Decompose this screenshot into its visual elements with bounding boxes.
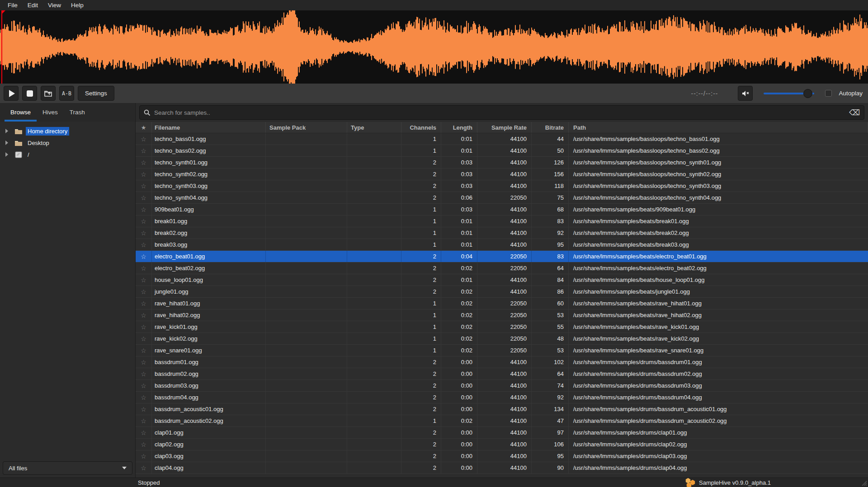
favorite-star-cell[interactable]: ☆ (136, 415, 152, 426)
header-favorite-column[interactable]: ★ (136, 122, 152, 133)
table-row[interactable]: ☆ techno_synth02.ogg 2 0:03 44100 156 /u… (136, 169, 868, 180)
cell-bitrate: 47 (532, 415, 569, 426)
favorite-star-cell[interactable]: ☆ (136, 133, 152, 145)
favorite-star-cell[interactable]: ☆ (136, 345, 152, 356)
table-row[interactable]: ☆ techno_synth03.ogg 2 0:03 44100 118 /u… (136, 180, 868, 192)
volume-slider[interactable] (764, 89, 814, 98)
header-channels[interactable]: Channels (401, 122, 441, 133)
header-path[interactable]: Path (569, 122, 868, 133)
table-row[interactable]: ☆ electro_beat02.ogg 2 0:02 22050 64 /us… (136, 262, 868, 274)
expander-icon[interactable] (5, 152, 8, 157)
expander-icon[interactable] (5, 129, 8, 133)
table-row[interactable]: ☆ techno_bass02.ogg 1 0:01 44100 50 /usr… (136, 145, 868, 157)
favorite-star-cell[interactable]: ☆ (136, 169, 152, 180)
table-row[interactable]: ☆ electro_beat01.ogg 2 0:04 22050 83 /us… (136, 251, 868, 262)
favorite-star-cell[interactable]: ☆ (136, 262, 152, 274)
table-row[interactable]: ☆ rave_snare01.ogg 1 0:02 22050 53 /usr/… (136, 345, 868, 356)
favorite-star-cell[interactable]: ☆ (136, 298, 152, 309)
menu-bar: File Edit View Help (0, 0, 868, 10)
favorite-star-cell[interactable]: ☆ (136, 321, 152, 332)
search-box[interactable]: ⌫ (139, 105, 864, 120)
table-row[interactable]: ☆ rave_hihat02.ogg 1 0:02 22050 53 /usr/… (136, 309, 868, 321)
table-row[interactable]: ☆ bassdrum04.ogg 2 0:00 44100 92 /usr/sh… (136, 392, 868, 403)
tree-item-root[interactable]: / (0, 149, 135, 160)
header-sample-pack[interactable]: Sample Pack (266, 122, 347, 133)
table-row[interactable]: ☆ bassdrum02.ogg 2 0:00 44100 64 /usr/sh… (136, 368, 868, 380)
mute-button[interactable] (738, 86, 753, 101)
menu-edit[interactable]: Edit (23, 0, 43, 10)
loop-ab-button[interactable]: A-B (59, 86, 74, 101)
favorite-star-cell[interactable]: ☆ (136, 192, 152, 203)
table-row[interactable]: ☆ techno_synth01.ogg 2 0:03 44100 126 /u… (136, 157, 868, 169)
clear-search-icon[interactable]: ⌫ (849, 108, 860, 117)
favorite-star-cell[interactable]: ☆ (136, 180, 152, 192)
favorite-star-cell[interactable]: ☆ (136, 204, 152, 215)
playhead-cursor[interactable] (1, 10, 2, 84)
table-row[interactable]: ☆ techno_bass01.ogg 1 0:01 44100 44 /usr… (136, 133, 868, 145)
table-row[interactable]: ☆ techno_synth04.ogg 2 0:06 22050 75 /us… (136, 192, 868, 204)
table-row[interactable]: ☆ bassdrum01.ogg 2 0:00 44100 102 /usr/s… (136, 356, 868, 368)
tab-hives[interactable]: Hives (37, 103, 64, 122)
header-type[interactable]: Type (347, 122, 401, 133)
loop-sample-button[interactable] (41, 86, 56, 101)
favorite-star-cell[interactable]: ☆ (136, 157, 152, 168)
table-row[interactable]: ☆ break01.ogg 1 0:01 44100 83 /usr/share… (136, 215, 868, 227)
favorite-star-cell[interactable]: ☆ (136, 251, 152, 262)
table-row[interactable]: ☆ rave_kick01.ogg 1 0:02 22050 55 /usr/s… (136, 321, 868, 333)
favorite-star-cell[interactable]: ☆ (136, 145, 152, 156)
favorite-star-cell[interactable]: ☆ (136, 403, 152, 415)
table-row[interactable]: ☆ clap04.ogg 2 0:00 44100 90 /usr/share/… (136, 462, 868, 474)
favorite-star-cell[interactable]: ☆ (136, 239, 152, 250)
waveform-plot[interactable] (0, 10, 868, 84)
menu-help[interactable]: Help (66, 0, 89, 10)
favorite-star-cell[interactable]: ☆ (136, 356, 152, 368)
menu-view[interactable]: View (43, 0, 66, 10)
volume-knob[interactable] (803, 89, 812, 98)
cell-channels: 2 (401, 286, 441, 297)
favorite-star-cell[interactable]: ☆ (136, 392, 152, 403)
favorite-star-cell[interactable]: ☆ (136, 450, 152, 462)
search-input[interactable] (154, 109, 849, 116)
favorite-star-cell[interactable]: ☆ (136, 286, 152, 297)
favorite-star-cell[interactable]: ☆ (136, 215, 152, 227)
stop-button[interactable] (22, 86, 37, 101)
table-row[interactable]: ☆ break02.ogg 1 0:01 44100 92 /usr/share… (136, 227, 868, 239)
table-row[interactable]: ☆ break03.ogg 1 0:01 44100 95 /usr/share… (136, 239, 868, 251)
autoplay-checkbox[interactable] (825, 90, 832, 97)
header-filename[interactable]: Filename (152, 122, 266, 133)
settings-button[interactable]: Settings (78, 86, 114, 101)
table-row[interactable]: ☆ clap02.ogg 2 0:00 44100 106 /usr/share… (136, 439, 868, 450)
table-row[interactable]: ☆ house_loop01.ogg 2 0:01 44100 84 /usr/… (136, 274, 868, 286)
table-row[interactable]: ☆ clap03.ogg 2 0:00 44100 95 /usr/share/… (136, 450, 868, 462)
favorite-star-cell[interactable]: ☆ (136, 309, 152, 321)
table-row[interactable]: ☆ bassdrum_acoustic01.ogg 2 0:00 44100 1… (136, 403, 868, 415)
favorite-star-cell[interactable]: ☆ (136, 439, 152, 450)
tree-item-desktop[interactable]: Desktop (0, 137, 135, 149)
favorite-star-cell[interactable]: ☆ (136, 380, 152, 391)
expander-icon[interactable] (5, 140, 8, 145)
header-bitrate[interactable]: Bitrate (532, 122, 569, 133)
header-sample-rate[interactable]: Sample Rate (477, 122, 532, 133)
table-row[interactable]: ☆ 909beat01.ogg 1 0:03 44100 68 /usr/sha… (136, 204, 868, 215)
table-row[interactable]: ☆ bassdrum_acoustic02.ogg 1 0:02 44100 4… (136, 415, 868, 427)
header-length[interactable]: Length (441, 122, 477, 133)
table-row[interactable]: ☆ rave_kick02.ogg 1 0:02 22050 48 /usr/s… (136, 333, 868, 345)
favorite-star-cell[interactable]: ☆ (136, 368, 152, 379)
favorite-star-cell[interactable]: ☆ (136, 333, 152, 344)
table-row[interactable]: ☆ clap01.ogg 2 0:00 44100 97 /usr/share/… (136, 427, 868, 439)
tab-trash[interactable]: Trash (64, 103, 91, 122)
favorite-star-cell[interactable]: ☆ (136, 427, 152, 438)
table-row[interactable]: ☆ bassdrum03.ogg 2 0:00 44100 74 /usr/sh… (136, 380, 868, 392)
table-row[interactable]: ☆ jungle01.ogg 2 0:02 44100 86 /usr/shar… (136, 286, 868, 298)
favorite-star-cell[interactable]: ☆ (136, 227, 152, 239)
favorite-star-cell[interactable]: ☆ (136, 274, 152, 286)
tree-item-home[interactable]: Home directory (0, 125, 135, 137)
favorite-star-cell[interactable]: ☆ (136, 462, 152, 473)
menu-file[interactable]: File (3, 0, 23, 10)
file-filter-dropdown[interactable]: All files (3, 461, 132, 475)
resize-grip[interactable] (860, 479, 867, 486)
tab-browse[interactable]: Browse (5, 103, 37, 122)
table-row[interactable]: ☆ rave_hihat01.ogg 1 0:02 22050 60 /usr/… (136, 298, 868, 309)
waveform-display[interactable] (0, 10, 868, 84)
play-button[interactable] (4, 86, 19, 101)
